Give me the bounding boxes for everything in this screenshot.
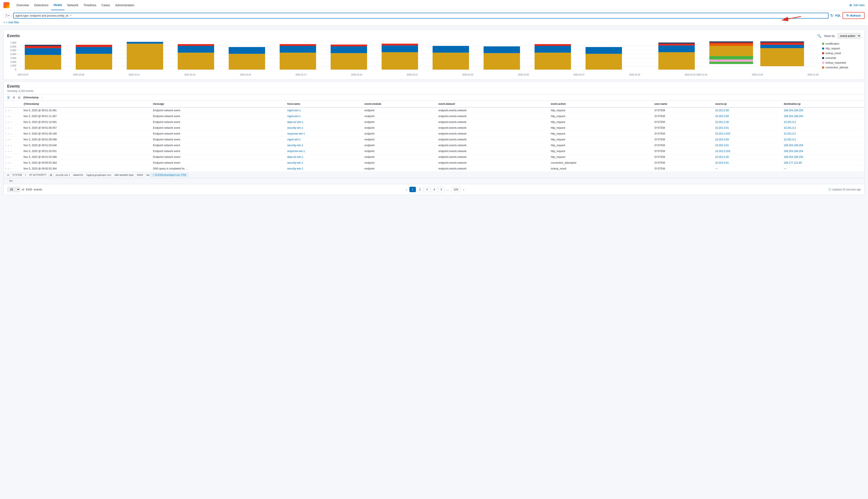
sourceip-cell[interactable]: 10.201.0.61 bbox=[713, 143, 781, 148]
sourceip-cell[interactable]: 10.201.0.58 bbox=[713, 113, 781, 119]
refresh-sync-icon[interactable]: ↻ bbox=[830, 13, 833, 18]
kql-badge[interactable]: KQL bbox=[835, 14, 841, 17]
hostname-cell[interactable]: security-win-1 bbox=[285, 143, 362, 148]
sourceip-cell[interactable]: 10.201.0.30 bbox=[713, 154, 781, 160]
destip-cell[interactable]: 10.201.0.2 bbox=[781, 137, 865, 143]
circle-btn[interactable]: ○ bbox=[8, 161, 9, 164]
hostname-cell[interactable]: mgmt-win-1 bbox=[285, 107, 362, 113]
chart-zoom-icon[interactable]: 🔍 bbox=[817, 34, 821, 38]
destip-cell[interactable]: — bbox=[781, 166, 865, 172]
destip-cell[interactable]: 108.177.121.95 bbox=[781, 160, 865, 166]
page-3-btn[interactable]: 3 bbox=[424, 187, 430, 192]
circle-btn[interactable]: ○ bbox=[8, 121, 9, 123]
hostname-cell[interactable]: mgmt-win-1 bbox=[285, 113, 362, 119]
circle-btn[interactable]: ○ bbox=[8, 150, 9, 153]
nav-cases[interactable]: Cases bbox=[99, 0, 112, 10]
sourceip-cell[interactable]: 10.201.0.61 bbox=[713, 125, 781, 131]
per-page-select[interactable]: 25 50 100 bbox=[7, 187, 20, 192]
page-1-btn[interactable]: 1 bbox=[409, 187, 416, 192]
search-input-wrapper[interactable] bbox=[13, 13, 829, 19]
circle-btn[interactable]: ○ bbox=[8, 138, 9, 141]
nav-detections[interactable]: Detections bbox=[32, 0, 51, 10]
dots-btn[interactable]: ··· bbox=[10, 133, 12, 135]
circle-btn[interactable]: ○ bbox=[8, 156, 9, 158]
destip-cell[interactable]: 10.201.0.2 bbox=[781, 131, 865, 137]
dots-btn[interactable]: ··· bbox=[10, 168, 12, 170]
sourceip-cell[interactable]: — bbox=[713, 166, 781, 172]
hostname-cell[interactable]: security-win-1 bbox=[285, 160, 362, 166]
expand-btn[interactable]: › bbox=[5, 161, 6, 164]
expand-btn[interactable]: › bbox=[5, 156, 6, 158]
dots-btn[interactable]: ··· bbox=[10, 144, 12, 147]
circle-btn[interactable]: ○ bbox=[8, 132, 9, 135]
page-4-btn[interactable]: 4 bbox=[431, 187, 437, 192]
sourceip-cell[interactable]: 10.201.0.61 bbox=[713, 160, 781, 166]
nav-hosts[interactable]: Hosts bbox=[51, 0, 65, 10]
expand-btn[interactable]: › bbox=[5, 138, 6, 141]
circle-btn[interactable]: ○ bbox=[8, 167, 9, 170]
dots-btn[interactable]: ··· bbox=[10, 150, 12, 153]
search-mode-toggle[interactable]: ☰ ▾ bbox=[3, 13, 11, 18]
dots-btn[interactable]: ··· bbox=[10, 138, 12, 141]
circle-btn[interactable]: ○ bbox=[8, 115, 9, 118]
hostname-cell[interactable]: data-viz-win-1 bbox=[285, 154, 362, 160]
col-action[interactable]: event.action bbox=[548, 101, 652, 107]
destip-cell[interactable]: 169.254.169.254 bbox=[781, 113, 865, 119]
sort-icon[interactable]: ↓ bbox=[41, 96, 43, 99]
sourceip-cell[interactable]: 10.201.0.203 bbox=[713, 131, 781, 137]
detail-ellipsis[interactable]: > GCEWindowsAgent.exe (700) bbox=[151, 173, 188, 177]
next-page-btn[interactable]: › bbox=[461, 187, 466, 192]
col-module[interactable]: event.module bbox=[362, 101, 436, 107]
dots-btn[interactable]: ··· bbox=[10, 162, 12, 164]
expand-btn[interactable]: › bbox=[5, 150, 6, 153]
destip-cell[interactable]: 10.201.0.2 bbox=[781, 119, 865, 125]
col-message[interactable]: message bbox=[151, 101, 285, 107]
expand-btn[interactable]: › bbox=[5, 132, 6, 135]
sourceip-cell[interactable]: 10.201.0.58 bbox=[713, 137, 781, 143]
dots-btn[interactable]: ··· bbox=[10, 156, 12, 158]
dots-btn[interactable]: ··· bbox=[10, 115, 12, 118]
sourceip-cell[interactable]: 10.201.0.58 bbox=[713, 107, 781, 113]
dots-btn[interactable]: ··· bbox=[10, 109, 12, 112]
settings-icon[interactable]: ⚙ bbox=[12, 96, 15, 99]
stack-by-select[interactable]: event.action bbox=[837, 33, 861, 39]
search-input[interactable] bbox=[15, 14, 827, 17]
col-sourceip[interactable]: source.ip bbox=[713, 101, 781, 107]
col-dataset[interactable]: event.dataset bbox=[436, 101, 548, 107]
add-data-button[interactable]: ⊕ Add data bbox=[849, 3, 865, 7]
circle-btn[interactable]: ○ bbox=[8, 126, 9, 129]
destip-cell[interactable]: 169.254.169.254 bbox=[781, 143, 865, 148]
hostname-cell[interactable]: data-viz-win-1 bbox=[285, 119, 362, 125]
dots-btn[interactable]: ··· bbox=[10, 127, 12, 129]
expand-btn[interactable]: › bbox=[5, 144, 6, 147]
add-filter-button[interactable]: + + Add filter bbox=[3, 21, 19, 24]
col-username[interactable]: user.name bbox=[652, 101, 713, 107]
circle-btn[interactable]: ○ bbox=[8, 109, 9, 112]
circle-btn[interactable]: ○ bbox=[8, 144, 9, 147]
page-2-btn[interactable]: 2 bbox=[417, 187, 423, 192]
hostname-cell[interactable]: mgmt-win-1 bbox=[285, 137, 362, 143]
nav-timelines[interactable]: Timelines bbox=[81, 0, 99, 10]
col-hostname[interactable]: host.name bbox=[285, 101, 362, 107]
expand-btn[interactable]: › bbox=[5, 109, 6, 112]
list-view-icon[interactable]: ☰ bbox=[7, 96, 10, 99]
hostname-cell[interactable]: security-win-1 bbox=[285, 125, 362, 131]
nav-administration[interactable]: Administration bbox=[112, 0, 137, 10]
hostname-cell[interactable]: security-win-1 bbox=[285, 166, 362, 172]
hostname-cell[interactable]: response-win-1 bbox=[285, 148, 362, 154]
page-last-btn[interactable]: 326 bbox=[451, 187, 461, 192]
destip-cell[interactable]: 169.254.169.254 bbox=[781, 154, 865, 160]
dots-btn[interactable]: ··· bbox=[10, 121, 12, 123]
hostname-cell[interactable]: response-win-1 bbox=[285, 131, 362, 137]
col-timestamp[interactable]: @timestamp bbox=[21, 101, 151, 107]
page-5-btn[interactable]: 5 bbox=[438, 187, 444, 192]
destip-cell[interactable]: 169.254.169.254 bbox=[781, 148, 865, 154]
sourceip-cell[interactable]: 10.201.0.30 bbox=[713, 119, 781, 125]
expand-btn[interactable]: › bbox=[5, 167, 6, 170]
sourceip-cell[interactable]: 10.201.0.203 bbox=[713, 148, 781, 154]
col-destip[interactable]: destination.ip bbox=[781, 101, 865, 107]
nav-network[interactable]: Network bbox=[64, 0, 81, 10]
nav-overview[interactable]: Overview bbox=[14, 0, 32, 10]
expand-btn[interactable]: › bbox=[5, 115, 6, 118]
expand-btn[interactable]: › bbox=[5, 121, 6, 123]
